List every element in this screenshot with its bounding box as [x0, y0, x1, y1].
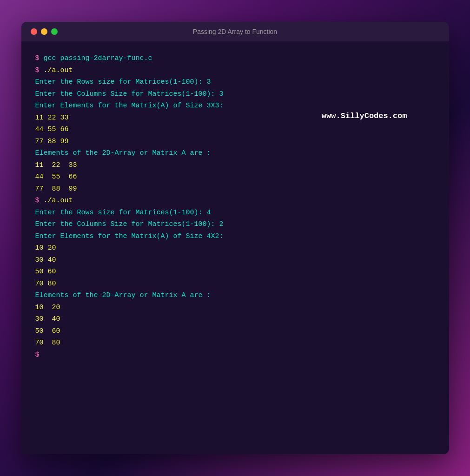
command-text: gcc passing-2darray-func.c: [44, 54, 152, 62]
terminal-line: 11 22 33www.SillyCodes.com: [35, 112, 435, 124]
terminal-window: Passing 2D Array to Function $ gcc passi…: [21, 22, 449, 454]
terminal-line: 70 80: [35, 337, 435, 349]
terminal-line: 50 60: [35, 266, 435, 278]
output-text: Enter the Rows size for Matrices(1-100):…: [35, 209, 211, 217]
input-text: 44 55 66: [35, 126, 69, 133]
prompt-dollar: $: [35, 66, 44, 74]
watermark: www.SillyCodes.com: [322, 110, 407, 123]
result-text: 77 88 99: [35, 185, 77, 193]
result-text: 30 40: [35, 315, 60, 323]
input-text: 77 88 99: [35, 138, 69, 145]
result-text: 70 80: [35, 339, 60, 347]
output-text: Enter the Rows size for Matrices(1-100):…: [35, 78, 211, 86]
prompt-dollar: $: [35, 351, 40, 359]
terminal-line: $ gcc passing-2darray-func.c: [35, 53, 435, 65]
command-text: ./a.out: [44, 197, 73, 205]
terminal-line: 10 20: [35, 242, 435, 254]
result-text: 10 20: [35, 304, 60, 311]
result-text: 50 60: [35, 327, 60, 335]
maximize-button[interactable]: [51, 28, 58, 35]
input-text: 50 60: [35, 268, 56, 276]
result-text: 11 22 33: [35, 161, 77, 169]
terminal-line: 10 20: [35, 302, 435, 314]
terminal-line: Enter the Rows size for Matrices(1-100):…: [35, 207, 435, 219]
terminal-line: 30 40: [35, 313, 435, 325]
input-text: 11 22 33: [35, 114, 69, 122]
title-bar: Passing 2D Array to Function: [21, 22, 449, 41]
terminal-line: Elements of the 2D-Array or Matrix A are…: [35, 290, 435, 302]
terminal-line: 77 88 99: [35, 136, 435, 148]
command-text: ./a.out: [44, 66, 73, 74]
terminal-line: Enter the Columns Size for Matrices(1-10…: [35, 218, 435, 231]
prompt-dollar: $: [35, 54, 44, 62]
terminal-line: Elements of the 2D-Array or Matrix A are…: [35, 147, 435, 159]
terminal-line: 44 55 66: [35, 124, 435, 136]
terminal-line: $: [35, 349, 435, 361]
result-text: 44 55 66: [35, 173, 77, 181]
terminal-line: $ ./a.out: [35, 195, 435, 207]
output-text: Enter Elements for the Matrix(A) of Size…: [35, 102, 224, 110]
terminal-line: Enter the Columns Size for Matrices(1-10…: [35, 88, 435, 100]
terminal-line: Enter Elements for the Matrix(A) of Size…: [35, 231, 435, 243]
terminal-line: 50 60: [35, 325, 435, 337]
output-text: Enter the Columns Size for Matrices(1-10…: [35, 90, 224, 98]
input-text: 30 40: [35, 256, 56, 264]
prompt-dollar: $: [35, 197, 44, 205]
output-text: Elements of the 2D-Array or Matrix A are…: [35, 291, 211, 299]
terminal-line: 11 22 33: [35, 159, 435, 172]
terminal-line: $ ./a.out: [35, 65, 435, 77]
input-text: 70 80: [35, 280, 56, 288]
input-text: 10 20: [35, 244, 56, 252]
output-text: Enter the Columns Size for Matrices(1-10…: [35, 220, 224, 228]
minimize-button[interactable]: [41, 28, 47, 35]
output-text: Enter Elements for the Matrix(A) of Size…: [35, 232, 224, 240]
terminal-line: 44 55 66: [35, 171, 435, 183]
close-button[interactable]: [31, 28, 37, 35]
output-text: Elements of the 2D-Array or Matrix A are…: [35, 149, 211, 157]
terminal-line: 70 80: [35, 278, 435, 290]
terminal-line: 30 40: [35, 254, 435, 266]
terminal-line: 77 88 99: [35, 183, 435, 195]
traffic-lights: [31, 28, 58, 35]
window-title: Passing 2D Array to Function: [193, 28, 277, 35]
terminal-body: $ gcc passing-2darray-func.c $ ./a.out E…: [21, 41, 449, 372]
terminal-line: Enter the Rows size for Matrices(1-100):…: [35, 76, 435, 88]
